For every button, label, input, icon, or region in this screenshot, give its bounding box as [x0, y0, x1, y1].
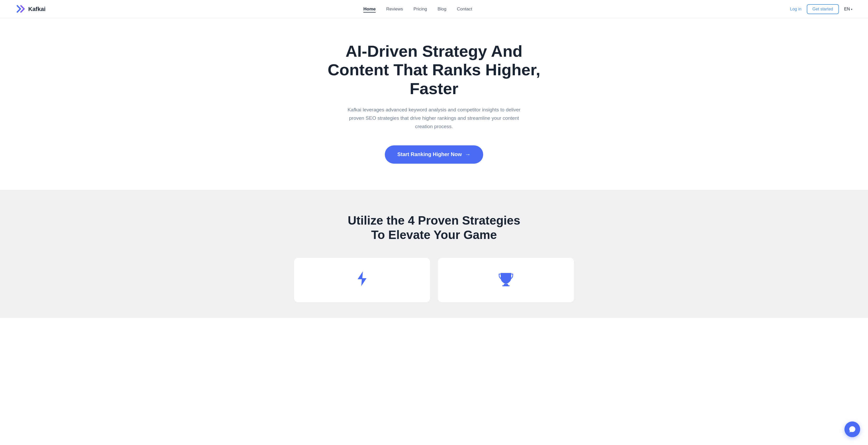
trophy-icon: [498, 271, 514, 287]
strategies-title-line2: To Elevate Your Game: [371, 228, 497, 242]
language-selector[interactable]: EN ▾: [844, 7, 852, 11]
svg-rect-3: [502, 285, 509, 286]
nav-link-pricing[interactable]: Pricing: [413, 6, 427, 11]
hero-section: AI-Driven Strategy And Content That Rank…: [0, 18, 868, 190]
svg-marker-1: [358, 272, 367, 286]
kafkai-logo-icon: [16, 4, 26, 14]
get-started-button[interactable]: Get started: [807, 4, 839, 14]
lightning-icon: [354, 271, 370, 287]
hero-title: AI-Driven Strategy And Content That Rank…: [327, 42, 541, 98]
hero-cta-label: Start Ranking Higher Now: [397, 151, 462, 157]
nav-link-contact[interactable]: Contact: [457, 6, 472, 11]
hero-subtitle: Kafkai leverages advanced keyword analys…: [345, 106, 523, 131]
nav-item-blog[interactable]: Blog: [437, 6, 446, 12]
nav-links: Home Reviews Pricing Blog Contact: [363, 6, 472, 12]
nav-right: Log in Get started EN ▾: [790, 4, 852, 14]
svg-rect-2: [504, 284, 508, 285]
strategy-card-rankings: [438, 258, 574, 302]
brand-name: Kafkai: [28, 6, 45, 12]
nav-item-reviews[interactable]: Reviews: [386, 6, 403, 12]
hero-cta-button[interactable]: Start Ranking Higher Now →: [385, 146, 484, 164]
chevron-down-icon: ▾: [851, 8, 852, 11]
strategies-section: Utilize the 4 Proven Strategies To Eleva…: [0, 190, 868, 318]
strategy-card-speed: [294, 258, 430, 302]
strategies-title: Utilize the 4 Proven Strategies To Eleva…: [16, 213, 852, 242]
logo-link[interactable]: Kafkai: [16, 4, 45, 14]
navbar: Kafkai Home Reviews Pricing Blog Contact…: [0, 0, 868, 18]
nav-item-contact[interactable]: Contact: [457, 6, 472, 12]
nav-item-home[interactable]: Home: [363, 6, 376, 12]
strategies-title-line1: Utilize the 4 Proven Strategies: [348, 214, 520, 227]
arrow-icon: →: [465, 151, 471, 158]
nav-link-reviews[interactable]: Reviews: [386, 6, 403, 11]
strategies-cards: [16, 258, 852, 302]
login-link[interactable]: Log in: [790, 7, 802, 11]
language-label: EN: [844, 7, 850, 11]
nav-link-home[interactable]: Home: [363, 6, 376, 12]
nav-link-blog[interactable]: Blog: [437, 6, 446, 11]
nav-item-pricing[interactable]: Pricing: [413, 6, 427, 12]
